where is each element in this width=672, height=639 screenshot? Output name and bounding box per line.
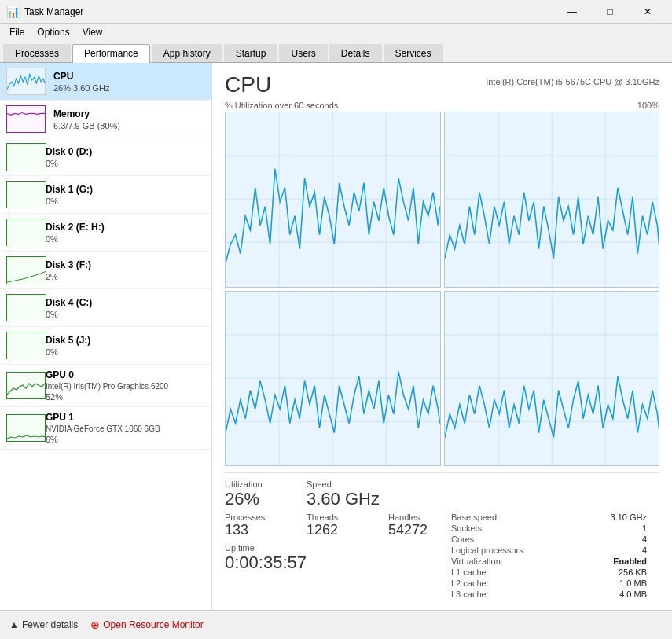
tab-users[interactable]: Users [279, 44, 327, 62]
tab-performance[interactable]: Performance [72, 44, 150, 63]
open-resource-monitor-label: Open Resource Monitor [103, 619, 203, 630]
cores-label: Cores: [451, 534, 476, 544]
memory-info: Memory 6.3/7.9 GB (80%) [53, 108, 205, 130]
tab-app-history[interactable]: App history [152, 44, 222, 62]
tab-startup[interactable]: Startup [224, 44, 278, 62]
disk1-info: Disk 1 (G:) 0% [46, 184, 205, 206]
detail-title: CPU [225, 72, 271, 97]
disk5-name: Disk 5 (J:) [46, 335, 205, 346]
uptime-group: Up time 0:00:35:57 [225, 543, 451, 573]
memory-name: Memory [53, 108, 205, 119]
minimize-button[interactable]: — [554, 0, 590, 24]
graph-max: 100% [637, 101, 659, 110]
cores-value: 4 [642, 534, 647, 544]
spec-l2: L2 cache: 1.0 MB [451, 578, 659, 588]
sidebar-item-gpu0[interactable]: GPU 0 Intel(R) Iris(TM) Pro Graphics 620… [0, 365, 211, 407]
svg-rect-2 [7, 144, 46, 171]
disk0-name: Disk 0 (D:) [46, 146, 205, 157]
gpu0-subname: Intel(R) Iris(TM) Pro Graphics 6200 [46, 382, 205, 391]
gpu1-info: GPU 1 NVIDIA GeForce GTX 1060 6GB 6% [46, 412, 205, 444]
base-speed-label: Base speed: [451, 512, 499, 522]
gpu0-name: GPU 0 [46, 369, 205, 380]
window-controls: — □ ✕ [554, 0, 666, 24]
svg-rect-5 [7, 257, 46, 285]
base-speed-value: 3.10 GHz [611, 512, 647, 522]
sidebar-item-disk2[interactable]: Disk 2 (E: H:) 0% [0, 214, 211, 252]
tab-services[interactable]: Services [384, 44, 443, 62]
sidebar-item-disk5[interactable]: Disk 5 (J:) 0% [0, 327, 211, 365]
fewer-details-icon: ▲ [9, 619, 19, 630]
l3-label: L3 cache: [451, 589, 489, 599]
memory-thumbnail [6, 105, 46, 133]
maximize-button[interactable]: □ [592, 0, 628, 24]
main-content: CPU 26% 3.60 GHz Memory 6.3/7.9 GB (80%) [0, 63, 672, 610]
disk1-name: Disk 1 (G:) [46, 184, 205, 195]
stats-section: Utilization 26% Speed 3.60 GHz Processes… [225, 472, 659, 600]
cpu-graph-core0 [225, 112, 441, 288]
spec-base-speed: Base speed: 3.10 GHz [451, 512, 659, 522]
stat-utilization: Utilization 26% [225, 479, 288, 509]
spec-cores: Cores: 4 [451, 534, 659, 544]
stat-processes: Processes 133 [225, 512, 288, 538]
sockets-label: Sockets: [451, 523, 484, 533]
svg-rect-6 [7, 295, 46, 322]
sidebar-item-disk3[interactable]: Disk 3 (F:) 2% [0, 252, 211, 289]
app-icon: 📊 [6, 6, 20, 18]
title-bar: 📊 Task Manager — □ ✕ [0, 0, 672, 24]
disk2-name: Disk 2 (E: H:) [46, 222, 205, 233]
close-button[interactable]: ✕ [630, 0, 666, 24]
uptime-label: Up time [225, 543, 451, 553]
sidebar-item-disk0[interactable]: Disk 0 (D:) 0% [0, 138, 211, 176]
tab-processes[interactable]: Processes [3, 44, 71, 62]
disk4-thumbnail [6, 294, 46, 321]
gpu0-value: 52% [46, 392, 205, 402]
spec-sockets: Sockets: 1 [451, 523, 659, 533]
disk2-value: 0% [46, 234, 205, 244]
svg-rect-0 [7, 68, 45, 94]
utilization-value: 26% [225, 489, 288, 509]
threads-value: 1262 [307, 522, 369, 538]
disk2-info: Disk 2 (E: H:) 0% [46, 222, 205, 244]
sidebar-item-gpu1[interactable]: GPU 1 NVIDIA GeForce GTX 1060 6GB 6% [0, 407, 211, 450]
cpu-graph-core1 [444, 112, 660, 288]
speed-value: 3.60 GHz [307, 489, 380, 509]
detail-panel: CPU Intel(R) Core(TM) i5-5675C CPU @ 3.1… [212, 63, 672, 610]
open-resource-monitor-button[interactable]: ⊕ Open Resource Monitor [90, 619, 203, 631]
l3-value: 4.0 MB [619, 589, 647, 599]
stats-left-col: Processes 133 Threads 1262 Handles 54272 [225, 512, 451, 600]
stat-handles: Handles 54272 [388, 512, 451, 538]
sidebar-item-cpu[interactable]: CPU 26% 3.60 GHz [0, 63, 211, 101]
sidebar-item-memory[interactable]: Memory 6.3/7.9 GB (80%) [0, 101, 211, 138]
gpu1-name: GPU 1 [46, 412, 205, 423]
disk4-value: 0% [46, 310, 205, 319]
uptime-value: 0:00:35:57 [225, 553, 451, 573]
processes-value: 133 [225, 522, 288, 538]
handles-label: Handles [388, 512, 451, 522]
svg-rect-7 [7, 332, 46, 360]
sidebar-item-disk4[interactable]: Disk 4 (C:) 0% [0, 289, 211, 327]
cpu-value: 26% 3.60 GHz [53, 83, 205, 93]
disk3-value: 2% [46, 272, 205, 281]
stats-right-col: Base speed: 3.10 GHz Sockets: 1 Cores: 4… [451, 512, 659, 600]
disk3-thumbnail [6, 256, 46, 284]
logical-value: 4 [642, 545, 647, 555]
resource-monitor-icon: ⊕ [90, 619, 100, 631]
disk2-thumbnail [6, 219, 46, 246]
graph-label: % Utilization over 60 seconds [225, 101, 338, 110]
menu-file[interactable]: File [3, 25, 31, 39]
gpu1-value: 6% [46, 435, 205, 444]
cpu-graphs-grid [225, 112, 659, 466]
cpu-thumbnail [6, 68, 46, 95]
detail-subtitle: Intel(R) Core(TM) i5-5675C CPU @ 3.10GHz [486, 77, 659, 86]
gpu1-subname: NVIDIA GeForce GTX 1060 6GB [46, 424, 205, 433]
menu-view[interactable]: View [76, 25, 109, 39]
sidebar-item-disk1[interactable]: Disk 1 (G:) 0% [0, 176, 211, 214]
detail-header: CPU Intel(R) Core(TM) i5-5675C CPU @ 3.1… [225, 72, 659, 97]
utilization-label: Utilization [225, 479, 288, 489]
tab-details[interactable]: Details [329, 44, 382, 62]
menu-options[interactable]: Options [31, 25, 75, 39]
fewer-details-button[interactable]: ▲ Fewer details [9, 619, 78, 630]
cpu-name: CPU [53, 71, 205, 82]
l1-value: 256 KB [619, 567, 647, 577]
graph-label-row: % Utilization over 60 seconds 100% [225, 101, 659, 110]
